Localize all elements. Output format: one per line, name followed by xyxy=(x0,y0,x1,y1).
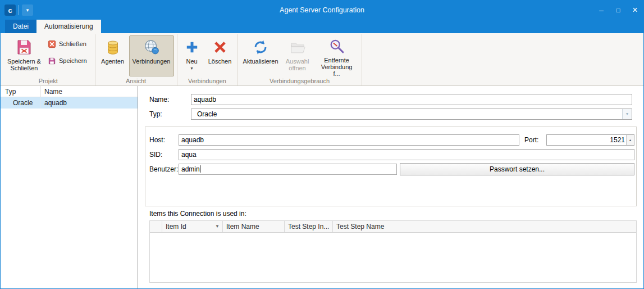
maximize-button[interactable]: □ xyxy=(610,1,627,20)
column-header-typ[interactable]: Typ xyxy=(1,86,41,97)
delete-x-icon xyxy=(213,38,227,56)
port-spin-buttons: ▲ ▼ xyxy=(626,135,634,145)
name-field-label: Name: xyxy=(149,96,169,103)
benutzer-input-value: admin xyxy=(181,165,200,173)
typ-field-label: Typ: xyxy=(149,110,162,118)
connection-row-name: aquadb xyxy=(41,97,138,109)
remote-connection-search-icon xyxy=(328,38,345,55)
quick-access-toolbar: c ▾ xyxy=(1,4,33,16)
spin-up-icon[interactable]: ▲ xyxy=(627,135,634,145)
port-field-label: Port: xyxy=(524,136,538,144)
agents-label: Agenten xyxy=(101,58,124,65)
grid-column-item-name[interactable]: Item Name xyxy=(223,221,285,232)
save-and-close-label: Speichern & Schließen xyxy=(7,58,42,71)
ribbon-group-verbindungen: Neu ▾ Löschen Verbindungen xyxy=(177,34,238,85)
ribbon-group-ansicht: Agenten Verbindungen Ansich xyxy=(95,34,177,85)
tab-automatisierung[interactable]: Automatisierung xyxy=(36,20,101,33)
app-icon[interactable]: c xyxy=(4,4,16,16)
grid-column-test-step-name[interactable]: Test Step Name xyxy=(333,221,636,232)
agents-database-icon xyxy=(104,38,121,56)
sid-field-label: SID: xyxy=(149,151,162,159)
save-close-icon xyxy=(15,38,33,56)
typ-combobox-value: Oracle xyxy=(197,110,217,118)
remote-connection-label: Entfernte Verbindung f... xyxy=(317,57,357,77)
new-connection-button[interactable]: Neu ▾ xyxy=(180,35,204,76)
connections-button[interactable]: Verbindungen xyxy=(129,35,174,76)
minimize-button[interactable]: – xyxy=(593,1,610,20)
window-controls: – □ × xyxy=(593,1,643,20)
ribbon-tabstrip: Datei Automatisierung xyxy=(1,20,643,33)
name-input[interactable]: aquadb xyxy=(191,94,632,105)
spin-down-icon[interactable]: ▼ xyxy=(627,145,634,146)
usage-grid-header: Item Id ▼ Item Name Test Step In... Test… xyxy=(150,221,636,233)
new-plus-icon xyxy=(185,38,199,56)
projekt-small-buttons: Schließen Speichern xyxy=(45,38,92,66)
ribbon: Speichern & Schließen Schließen xyxy=(1,33,643,86)
save-button[interactable]: Speichern xyxy=(45,55,92,66)
refresh-icon xyxy=(252,38,269,56)
main-area: Typ Name Oracle aquadb Name: aquadb Typ:… xyxy=(1,86,643,288)
ribbon-group-label-verbindungen: Verbindungen xyxy=(177,78,237,84)
connections-list-panel: Typ Name Oracle aquadb xyxy=(1,86,138,288)
close-project-button[interactable]: Schließen xyxy=(45,38,92,49)
refresh-label: Aktualisieren xyxy=(243,58,278,65)
ribbon-group-label-projekt: Projekt xyxy=(2,78,95,84)
port-spinner[interactable]: 1521 ▲ ▼ xyxy=(546,134,634,146)
titlebar: c ▾ Agent Server Configuration – □ × xyxy=(1,1,643,20)
combo-dropdown-icon[interactable]: ▾ xyxy=(622,109,632,119)
new-label: Neu xyxy=(186,58,197,65)
close-button[interactable]: × xyxy=(627,1,643,20)
set-password-button[interactable]: Passwort setzen... xyxy=(400,163,634,175)
connections-list-header: Typ Name xyxy=(1,86,138,97)
host-field-label: Host: xyxy=(149,136,165,144)
grid-column-item-id[interactable]: Item Id ▼ xyxy=(162,221,223,232)
agents-button[interactable]: Agenten xyxy=(98,35,127,76)
column-header-name[interactable]: Name xyxy=(41,86,138,97)
qat-separator xyxy=(19,5,19,15)
save-icon xyxy=(47,56,56,65)
tab-datei[interactable]: Datei xyxy=(5,20,36,33)
save-and-close-button[interactable]: Speichern & Schließen xyxy=(4,35,44,76)
port-spinner-value: 1521 xyxy=(549,135,625,145)
host-input[interactable]: aquadb xyxy=(179,134,519,146)
typ-combobox[interactable]: Oracle ▾ xyxy=(191,109,632,120)
remote-connection-button[interactable]: Entfernte Verbindung f... xyxy=(315,35,359,76)
connections-globe-icon xyxy=(143,38,160,56)
connections-label: Verbindungen xyxy=(133,58,171,65)
refresh-button[interactable]: Aktualisieren xyxy=(241,35,280,76)
text-cursor xyxy=(200,165,200,173)
app-window: c ▾ Agent Server Configuration – □ × Dat… xyxy=(0,0,644,289)
open-selection-button: Auswahl öffnen xyxy=(282,35,313,76)
open-selection-folder-icon xyxy=(289,38,306,56)
window-title: Agent Server Configuration xyxy=(1,6,643,14)
close-project-label: Schließen xyxy=(59,40,86,47)
ribbon-group-projekt: Speichern & Schließen Schließen xyxy=(2,34,95,85)
ribbon-group-label-verbindungsgebrauch: Verbindungsgebrauch xyxy=(238,78,362,84)
ribbon-empty-area xyxy=(362,34,643,85)
usage-grid-title: Items this Connection is used in: xyxy=(149,210,246,218)
open-selection-label: Auswahl öffnen xyxy=(284,58,311,71)
benutzer-input[interactable]: admin xyxy=(179,164,397,175)
grid-column-test-step-in[interactable]: Test Step In... xyxy=(285,221,333,232)
sort-desc-icon: ▼ xyxy=(215,221,220,232)
save-label: Speichern xyxy=(59,57,87,64)
delete-label: Löschen xyxy=(208,58,232,65)
ribbon-group-label-ansicht: Ansicht xyxy=(95,78,177,84)
delete-connection-button[interactable]: Löschen xyxy=(205,35,235,76)
connection-row-oracle-aquadb[interactable]: Oracle aquadb xyxy=(1,97,138,109)
connection-row-typ: Oracle xyxy=(1,97,41,109)
usage-grid: Item Id ▼ Item Name Test Step In... Test… xyxy=(149,220,637,283)
new-dropdown-arrow-icon: ▾ xyxy=(191,66,193,71)
sid-input[interactable]: aqua xyxy=(179,149,634,160)
grid-indicator-column xyxy=(150,221,162,232)
ribbon-group-verbindungsgebrauch: Aktualisieren Auswahl öffnen xyxy=(238,34,362,85)
benutzer-field-label: Benutzer: xyxy=(149,165,178,173)
quick-access-dropdown-button[interactable]: ▾ xyxy=(22,4,33,16)
connection-detail-panel: Name: aquadb Typ: Oracle ▾ Host: aquadb … xyxy=(138,86,643,288)
close-project-icon xyxy=(47,39,56,48)
grid-column-item-id-label: Item Id xyxy=(166,221,186,232)
